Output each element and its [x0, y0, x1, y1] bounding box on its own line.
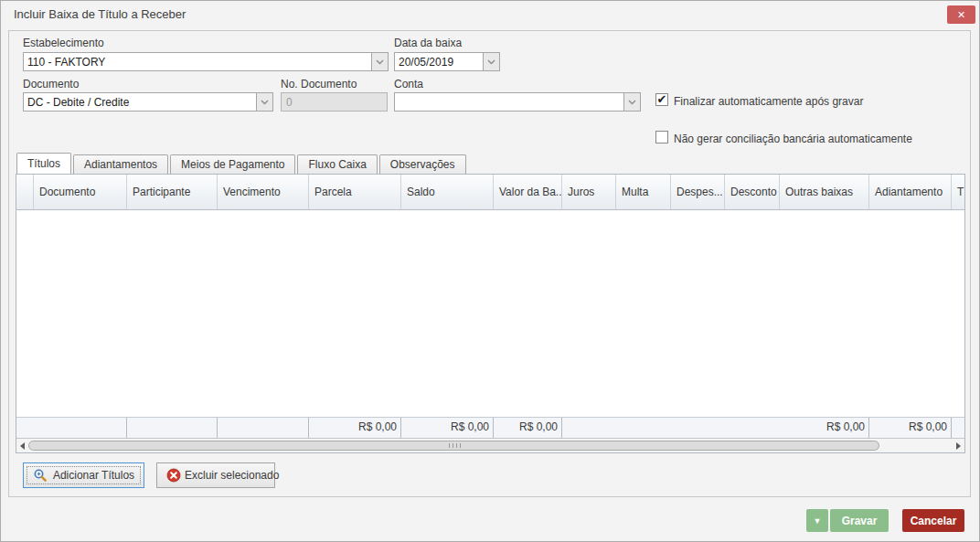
footer-cell-parcela: R$ 0,00	[309, 418, 401, 438]
tab-titulos[interactable]: Títulos	[16, 153, 71, 174]
estabelecimento-label: Estabelecimento	[23, 37, 104, 49]
footer-cell-vencimento	[218, 418, 309, 438]
grid-body[interactable]	[16, 210, 964, 417]
column-header-participante[interactable]: Participante	[127, 175, 218, 209]
column-header-valor-baixa[interactable]: Valor da Ba...	[494, 175, 562, 209]
footer-cell-valor-baixa: R$ 0,00	[494, 418, 562, 438]
documento-value: DC - Debite / Credite	[24, 93, 256, 111]
gravar-button[interactable]: Gravar	[830, 509, 889, 532]
finalizar-checkbox-label[interactable]: Finalizar automaticamente após gravar	[674, 95, 863, 108]
column-header-cutoff[interactable]: T	[952, 175, 965, 209]
chevron-down-icon[interactable]	[623, 93, 640, 111]
column-header-saldo[interactable]: Saldo	[401, 175, 494, 209]
magnifier-plus-icon	[33, 468, 48, 483]
footer-cell-saldo: R$ 0,00	[401, 418, 494, 438]
footer-cell-desconto	[725, 418, 780, 438]
no-documento-label: No. Documento	[281, 78, 357, 90]
estabelecimento-select[interactable]: 110 - FAKTORY	[23, 52, 389, 71]
excluir-selecionado-button[interactable]: Excluir selecionado	[156, 462, 275, 488]
conciliacao-checkbox[interactable]	[655, 131, 668, 143]
estabelecimento-value: 110 - FAKTORY	[24, 53, 371, 70]
close-icon[interactable]: ✕	[947, 5, 975, 24]
conciliacao-checkbox-label[interactable]: Não gerar conciliação bancária automatic…	[674, 133, 912, 145]
horizontal-scrollbar[interactable]	[16, 438, 964, 452]
no-documento-field: 0	[281, 92, 388, 112]
titulos-grid: Documento Participante Vencimento Parcel…	[16, 174, 965, 453]
column-header-desconto[interactable]: Desconto	[725, 175, 780, 209]
check-icon: ✔	[657, 92, 667, 106]
chevron-down-icon[interactable]	[371, 53, 388, 70]
scrollbar-grip-icon	[449, 443, 461, 448]
column-header-indicator	[16, 175, 34, 209]
footer-cell-indicator	[16, 418, 34, 438]
column-header-multa[interactable]: Multa	[616, 175, 671, 209]
footer-cell-despesas	[671, 418, 725, 438]
footer-cell-outras-baixas: R$ 0,00	[780, 418, 869, 438]
footer-cell-juros	[562, 418, 616, 438]
grid-summary-footer: R$ 0,00 R$ 0,00 R$ 0,00 R$ 0,00 R$ 0,00	[16, 417, 964, 438]
dialog-incluir-baixa: Incluir Baixa de Título a Receber ✕ Esta…	[0, 0, 980, 542]
adicionar-titulos-label: Adicionar Títulos	[48, 469, 144, 482]
column-header-juros[interactable]: Juros	[562, 175, 616, 209]
footer-cell-multa	[616, 418, 671, 438]
documento-select[interactable]: DC - Debite / Credite	[23, 92, 273, 112]
tab-observacoes[interactable]: Observações	[379, 154, 466, 174]
finalizar-checkbox[interactable]: ✔	[655, 93, 668, 106]
column-header-parcela[interactable]: Parcela	[309, 175, 401, 209]
tab-meios-de-pagamento[interactable]: Meios de Pagamento	[170, 154, 295, 174]
data-baixa-label: Data da baixa	[394, 37, 462, 49]
column-header-vencimento[interactable]: Vencimento	[218, 175, 309, 209]
column-header-outras-baixas[interactable]: Outras baixas	[780, 175, 869, 209]
column-header-despesas[interactable]: Despes...	[671, 175, 725, 209]
scrollbar-thumb[interactable]	[28, 441, 879, 451]
conta-label: Conta	[394, 78, 423, 90]
tab-fluxo-caixa[interactable]: Fluxo Caixa	[297, 154, 377, 174]
chevron-down-icon[interactable]	[483, 53, 499, 70]
tab-strip: Títulos Adiantamentos Meios de Pagamento…	[16, 153, 468, 174]
chevron-down-icon[interactable]	[256, 93, 272, 111]
gravar-dropdown-icon[interactable]: ▼	[806, 509, 828, 532]
column-header-adiantamento[interactable]: Adiantamento	[869, 175, 952, 209]
documento-label: Documento	[23, 78, 79, 90]
conta-select[interactable]	[394, 92, 641, 112]
conta-value	[395, 93, 623, 111]
footer-cell-participante	[127, 418, 218, 438]
delete-circle-icon	[166, 468, 181, 483]
dialog-title: Incluir Baixa de Título a Receber	[14, 7, 186, 21]
scroll-right-icon[interactable]	[956, 442, 961, 450]
data-baixa-select[interactable]: 20/05/2019	[394, 52, 500, 71]
cancelar-button[interactable]: Cancelar	[902, 509, 964, 532]
footer-cell-documento	[34, 418, 127, 438]
data-baixa-value: 20/05/2019	[395, 53, 483, 70]
footer-cell-cutoff	[952, 418, 965, 438]
column-header-documento[interactable]: Documento	[34, 175, 127, 209]
tab-adiantamentos[interactable]: Adiantamentos	[73, 154, 168, 174]
adicionar-titulos-button[interactable]: Adicionar Títulos	[23, 462, 144, 488]
footer-cell-adiantamento: R$ 0,00	[869, 418, 952, 438]
grid-header: Documento Participante Vencimento Parcel…	[16, 175, 964, 210]
scroll-left-icon[interactable]	[20, 442, 25, 450]
excluir-selecionado-label: Excluir selecionado	[181, 469, 286, 482]
